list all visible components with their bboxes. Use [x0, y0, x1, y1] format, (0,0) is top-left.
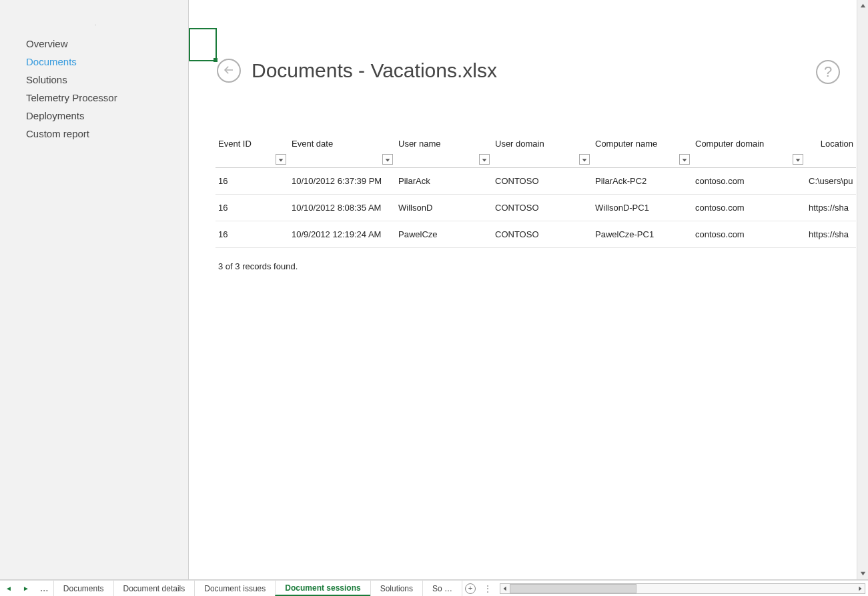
triangle-up-icon — [860, 1, 866, 11]
sessions-table: Event ID Event date User name — [215, 133, 856, 248]
table-row[interactable]: 16 10/10/2012 8:08:35 AM WillsonD CONTOS… — [215, 195, 856, 221]
plus-icon: + — [465, 583, 476, 594]
sidebar: . Overview Documents Solutions Telemetry… — [0, 0, 189, 580]
footer-options-button[interactable]: ⋮ — [478, 581, 497, 596]
col-header-computer-name: Computer name — [592, 133, 693, 168]
svg-marker-10 — [859, 586, 861, 590]
hscroll-track[interactable] — [510, 583, 855, 594]
cell-event-date: 10/10/2012 8:08:35 AM — [289, 195, 396, 221]
cell-user-name: PilarAck — [396, 168, 492, 195]
cell-user-domain: CONTOSO — [492, 195, 592, 221]
cell-event-id: 16 — [215, 195, 289, 221]
tab-so-truncated[interactable]: So … — [422, 581, 462, 596]
sidebar-item-solutions[interactable]: Solutions — [0, 71, 188, 89]
arrow-left-icon — [223, 64, 235, 78]
svg-marker-3 — [482, 159, 486, 161]
col-header-label: User domain — [495, 139, 544, 149]
filter-dropdown-computer-name[interactable] — [679, 154, 690, 165]
tiny-mark: . — [95, 20, 97, 27]
filter-dropdown-user-domain[interactable] — [579, 154, 590, 165]
chevron-down-icon — [795, 155, 801, 165]
sheet-nav-next[interactable]: ► — [20, 585, 32, 592]
table-row[interactable]: 16 10/9/2012 12:19:24 AM PawelCze CONTOS… — [215, 221, 856, 248]
chevron-down-icon — [385, 155, 390, 165]
chevron-down-icon — [682, 155, 687, 165]
hscroll-left-button[interactable] — [500, 583, 510, 594]
col-header-label: Computer name — [595, 139, 657, 149]
svg-marker-7 — [860, 4, 865, 7]
chevron-down-icon — [278, 155, 284, 165]
svg-marker-4 — [582, 159, 586, 161]
col-header-user-name: User name — [396, 133, 492, 168]
content-area: Documents - Vacations.xlsx ? Event ID — [189, 0, 868, 580]
sheet-nav-more[interactable]: … — [37, 583, 51, 593]
cell-event-id: 16 — [215, 168, 289, 195]
cell-computer-name: PawelCze-PC1 — [592, 221, 693, 248]
svg-marker-9 — [504, 586, 506, 590]
sheet-tabs: Documents Document details Document issu… — [54, 581, 462, 596]
col-header-user-domain: User domain — [492, 133, 592, 168]
col-header-label: Computer domain — [695, 139, 764, 149]
tab-solutions[interactable]: Solutions — [370, 581, 423, 596]
cell-event-id: 16 — [215, 221, 289, 248]
sidebar-top-space: . — [0, 7, 188, 35]
sidebar-item-documents[interactable]: Documents — [0, 53, 188, 71]
scroll-down-button[interactable] — [857, 568, 868, 579]
col-header-event-date: Event date — [289, 133, 396, 168]
cell-user-domain: CONTOSO — [492, 168, 592, 195]
svg-marker-6 — [796, 159, 800, 161]
col-header-computer-domain: Computer domain — [693, 133, 806, 168]
help-icon: ? — [824, 63, 832, 81]
table-header-row: Event ID Event date User name — [215, 133, 856, 168]
hscroll-right-button[interactable] — [855, 583, 865, 594]
filter-dropdown-user-name[interactable] — [479, 154, 490, 165]
col-header-label: Event date — [292, 139, 333, 149]
tab-document-details[interactable]: Document details — [113, 581, 195, 596]
cell-location: C:\users\pu — [806, 168, 856, 195]
filter-dropdown-event-id[interactable] — [276, 154, 286, 165]
horizontal-scrollbar[interactable] — [497, 581, 868, 596]
sheet-tab-bar: ◄ ► … Documents Document details Documen… — [0, 580, 868, 596]
col-header-label: User name — [398, 139, 441, 149]
back-button[interactable] — [217, 59, 241, 83]
scroll-track[interactable] — [857, 11, 868, 568]
cell-fill-handle[interactable] — [213, 58, 218, 62]
col-header-label: Location — [821, 139, 853, 149]
col-header-location: Location — [806, 133, 856, 168]
table-area: Event ID Event date User name — [215, 133, 868, 285]
hscroll-thumb[interactable] — [510, 584, 636, 593]
cell-computer-name: PilarAck-PC2 — [592, 168, 693, 195]
tab-document-sessions[interactable]: Document sessions — [275, 581, 370, 596]
vertical-scrollbar[interactable] — [857, 0, 868, 579]
triangle-left-icon — [502, 584, 508, 593]
add-sheet-button[interactable]: + — [462, 581, 478, 596]
filter-dropdown-event-date[interactable] — [382, 154, 393, 165]
help-button[interactable]: ? — [816, 60, 840, 84]
triangle-down-icon — [860, 569, 866, 579]
sidebar-item-overview[interactable]: Overview — [0, 35, 188, 53]
tab-documents[interactable]: Documents — [53, 581, 114, 596]
records-found-text: 3 of 3 records found. — [215, 248, 868, 285]
scroll-up-button[interactable] — [857, 0, 868, 11]
cell-user-name: WillsonD — [396, 195, 492, 221]
table-row[interactable]: 16 10/10/2012 6:37:39 PM PilarAck CONTOS… — [215, 168, 856, 195]
col-header-event-id: Event ID — [215, 133, 289, 168]
triangle-right-icon — [857, 584, 863, 593]
cell-computer-domain: contoso.com — [693, 168, 806, 195]
sidebar-item-custom-report[interactable]: Custom report — [0, 125, 188, 143]
filter-dropdown-computer-domain[interactable] — [793, 154, 803, 165]
cell-user-name: PawelCze — [396, 221, 492, 248]
cell-user-domain: CONTOSO — [492, 221, 592, 248]
cell-computer-domain: contoso.com — [693, 221, 806, 248]
sidebar-item-telemetry-processor[interactable]: Telemetry Processor — [0, 89, 188, 107]
sidebar-item-deployments[interactable]: Deployments — [0, 107, 188, 125]
svg-marker-8 — [860, 572, 865, 575]
cell-computer-name: WillsonD-PC1 — [592, 195, 693, 221]
chevron-down-icon — [482, 155, 487, 165]
cell-location: https://sha — [806, 195, 856, 221]
sheet-nav-buttons: ◄ ► … — [0, 581, 54, 596]
svg-marker-5 — [683, 159, 687, 161]
tab-document-issues[interactable]: Document issues — [194, 581, 276, 596]
selected-cell-indicator[interactable] — [189, 28, 217, 61]
sheet-nav-prev[interactable]: ◄ — [3, 585, 15, 592]
